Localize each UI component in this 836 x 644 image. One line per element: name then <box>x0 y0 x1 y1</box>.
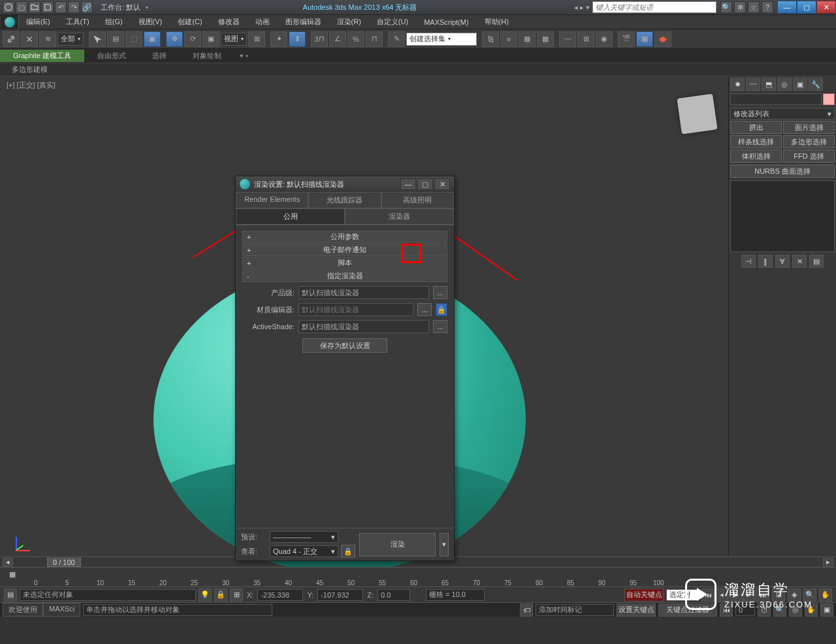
mirror-icon[interactable]: ⧎ <box>482 31 499 47</box>
bind-tool-icon[interactable]: ≋ <box>39 31 56 47</box>
dialog-maximize-button[interactable]: ▢ <box>417 178 433 190</box>
sel-lock-icon[interactable]: 🔒 <box>214 588 227 602</box>
autokey-button[interactable]: 自动关键点 <box>624 588 664 602</box>
utilities-panel-icon[interactable]: 🔧 <box>809 78 823 91</box>
modifier-poly[interactable]: 多边形选择 <box>783 135 835 148</box>
select-manip-icon[interactable]: ✦ <box>270 31 287 47</box>
sel-set-field[interactable]: 选定对 <box>666 589 699 601</box>
goto-end-icon[interactable]: ⏭ <box>756 588 769 602</box>
layers-icon[interactable]: ▦ <box>519 31 536 47</box>
preset-select[interactable]: ----------------▾ <box>270 531 338 543</box>
keyboard-shortcut-icon[interactable]: ⬆ <box>289 31 306 47</box>
render-prod-icon[interactable]: 🫖 <box>654 31 671 47</box>
modifier-stack[interactable] <box>730 180 835 252</box>
next-frame-button[interactable]: ▸ <box>823 558 833 567</box>
search-input[interactable] <box>592 1 716 13</box>
tab-render-elements[interactable]: Render Elements <box>236 192 308 208</box>
schematic-view-icon[interactable]: ⊞ <box>577 31 594 47</box>
time-config-icon[interactable]: ⏱ <box>758 604 771 617</box>
pivot-icon[interactable]: ⊞ <box>248 31 265 47</box>
modifier-list-dropdown[interactable]: 修改器列表▾ <box>730 108 835 120</box>
unlink-tool-icon[interactable] <box>21 31 38 47</box>
maxscript-icon[interactable]: ▤ <box>4 588 17 602</box>
object-name-field[interactable] <box>730 93 822 105</box>
prev-frame-icon[interactable]: ◂ <box>715 588 728 602</box>
dialog-close-button[interactable]: ✕ <box>434 178 450 190</box>
addtimetag-field[interactable]: 添加时间标记 <box>536 604 614 616</box>
render-frame-icon[interactable]: ▦ <box>636 31 653 47</box>
y-coord-field[interactable]: -107.932 <box>317 589 363 601</box>
object-color-swatch[interactable] <box>823 93 835 105</box>
modifier-extrude[interactable]: 挤出 <box>730 121 782 134</box>
hierarchy-panel-icon[interactable]: ⬒ <box>762 78 776 91</box>
new-icon[interactable]: ▢ <box>16 1 27 13</box>
viewport[interactable]: [+] [正交] [真实] 渲染设置: 默认扫描线渲染器 — ▢ ✕ Rende… <box>0 76 728 556</box>
prev-frame-button[interactable]: ◂ <box>3 558 13 567</box>
viewport-nav2-icon[interactable]: ✋ <box>819 588 832 602</box>
modifier-spline[interactable]: 样条线选择 <box>730 135 782 148</box>
timeline-ruler[interactable]: ▦ 0 5 10 15 20 25 30 35 40 45 50 55 60 6… <box>0 567 836 587</box>
select-region-icon[interactable]: ⬚ <box>125 31 142 47</box>
select-name-icon[interactable]: ▤ <box>107 31 124 47</box>
viewcube[interactable] <box>677 93 717 134</box>
vp-pan-icon[interactable]: ✋ <box>805 604 818 617</box>
menu-create[interactable]: 创建(C) <box>171 16 208 28</box>
goto-start-icon[interactable]: ⏮ <box>701 588 715 602</box>
menu-render[interactable]: 渲染(R) <box>330 16 368 28</box>
view-select[interactable]: Quad 4 - 正交▾ <box>270 545 338 557</box>
tab-raytracer[interactable]: 光线跟踪器 <box>308 192 381 208</box>
scale-tool-icon[interactable]: ▣ <box>202 31 219 47</box>
redo-icon[interactable]: ↷ <box>68 1 80 13</box>
maxscript-tab[interactable]: MAXSci <box>43 603 80 617</box>
keyfilter-button[interactable]: 关键点过滤器 <box>658 604 717 617</box>
save-default-button[interactable]: 保存为默认设置 <box>302 338 387 353</box>
menu-edit[interactable]: 编辑(E) <box>20 16 57 28</box>
section-assign-renderer[interactable]: -指定渲染器 <box>242 270 447 282</box>
tab-selection[interactable]: 选择 <box>139 50 180 62</box>
lock-icon[interactable]: 🔒 <box>436 303 447 316</box>
edit-named-sel-icon[interactable]: ✎ <box>388 31 405 47</box>
minimize-button[interactable]: — <box>777 1 797 14</box>
motion-panel-icon[interactable]: ◎ <box>777 78 792 91</box>
activeshade-browse-button[interactable]: ... <box>433 320 447 333</box>
prod-browse-button[interactable]: ... <box>433 286 447 299</box>
rotate-tool-icon[interactable]: ⟳ <box>184 31 201 47</box>
welcome-tab[interactable]: 欢迎使用 <box>3 603 43 617</box>
maximize-button[interactable]: ▢ <box>797 1 816 14</box>
mat-editor-icon[interactable]: ◉ <box>596 31 613 47</box>
modifier-nurbs[interactable]: NURBS 曲面选择 <box>730 165 835 178</box>
play-icon[interactable]: ▶ <box>729 588 742 602</box>
make-unique-icon[interactable]: ∀ <box>775 255 790 268</box>
menu-views[interactable]: 视图(V) <box>132 16 169 28</box>
next-frame-icon[interactable]: ▸ <box>743 588 756 602</box>
link-tool-icon[interactable] <box>3 31 20 47</box>
link-icon[interactable]: 🔗 <box>81 1 93 13</box>
lock-selection-icon[interactable]: 💡 <box>199 588 212 602</box>
modifier-volume[interactable]: 体积选择 <box>730 150 782 163</box>
setkey-button[interactable]: 设置关键点 <box>617 604 656 617</box>
community-icon[interactable]: ✼ <box>734 1 746 13</box>
sub-polymodel[interactable]: 多边形建模 <box>7 65 53 74</box>
show-result-icon[interactable]: ‖ <box>758 255 773 268</box>
app-logo-icon[interactable] <box>1 15 19 29</box>
modifier-ffd[interactable]: FFD 选择 <box>783 150 835 163</box>
help-icon[interactable]: ? <box>762 1 773 13</box>
ref-coord-dropdown[interactable]: 视图▾ <box>221 33 247 46</box>
isolate-icon[interactable]: ⊡ <box>772 588 785 602</box>
render-button[interactable]: 渲染 <box>359 533 436 556</box>
named-sel-dropdown[interactable]: 创建选择集▾ <box>406 33 477 46</box>
menu-modifiers[interactable]: 修改器 <box>212 16 246 28</box>
create-panel-icon[interactable]: ✹ <box>730 78 745 91</box>
spinner-snap-icon[interactable]: ⊓ <box>366 31 383 47</box>
search-help-icon[interactable]: 🔍 <box>720 1 732 13</box>
viewport-label[interactable]: [+] [正交] [真实] <box>7 80 56 90</box>
selection-filter-dropdown[interactable]: 全部▾ <box>57 33 84 46</box>
open-icon[interactable] <box>29 1 40 13</box>
vp-zoom-icon[interactable]: 🔍 <box>773 604 786 617</box>
menu-tools[interactable]: 工具(T) <box>59 16 96 28</box>
pin-stack-icon[interactable]: ⊣ <box>741 255 756 268</box>
render-dropdown-button[interactable]: ▾ <box>440 533 449 556</box>
key-mode-icon[interactable]: ◈ <box>788 588 801 602</box>
workspace-label[interactable]: 工作台: 默认 <box>95 3 146 12</box>
dialog-titlebar[interactable]: 渲染设置: 默认扫描线渲染器 — ▢ ✕ <box>236 176 454 192</box>
